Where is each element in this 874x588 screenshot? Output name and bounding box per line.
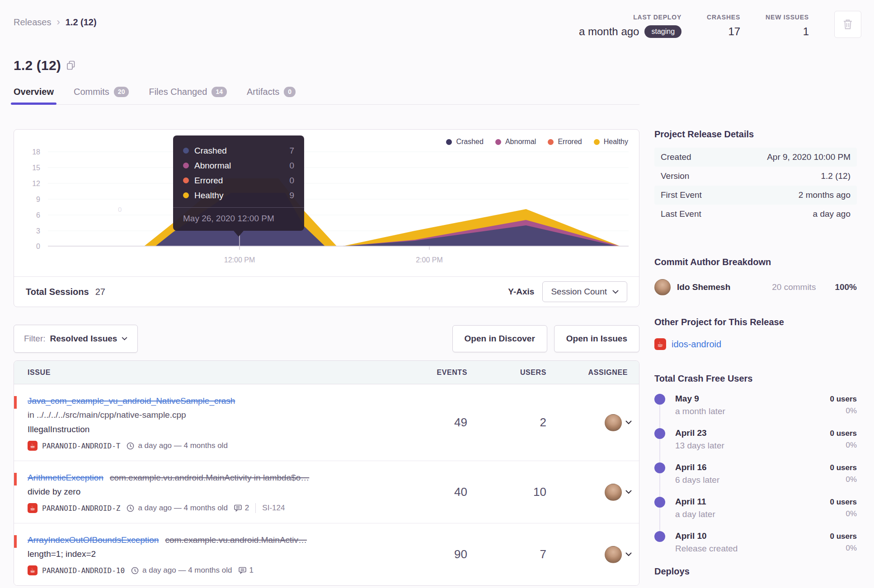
chevron-down-icon [625,420,632,425]
chevron-down-icon [625,490,632,494]
sidebar: Project Release Details Created Apr 9, 2… [654,129,862,586]
tooltip-row-crashed: Crashed 7 [183,143,294,158]
total-sessions-label: Total Sessions [26,287,89,297]
assignee-dropdown[interactable] [558,546,639,563]
new-issues-label: NEW ISSUES [766,14,809,21]
issue-row: Java_com_example_vu_android_NativeSample… [14,384,639,461]
author-commit-count: 20 commits [772,282,816,292]
total-sessions-value: 27 [95,287,105,297]
legend-healthy[interactable]: Healthy [594,138,628,146]
chart-legend: Crashed Abnormal Errored Healthy [446,138,628,146]
y-axis-selected-value: Session Count [551,287,607,297]
legend-crashed[interactable]: Crashed [446,138,483,146]
author-name: Ido Shemesh [677,282,772,292]
delete-release-button[interactable] [834,11,861,38]
crash-free-timeline: May 90 users a month later0% April 230 u… [654,394,857,554]
x-tick-2pm: 2:00 PM [416,256,443,264]
chart-footer: Total Sessions 27 Y-Axis Session Count [14,276,639,307]
issue-message: IllegalInstruction [28,423,413,436]
abnormal-dot-icon [183,163,189,168]
tab-overview[interactable]: Overview [14,87,54,104]
breadcrumb-current: 1.2 (12) [66,17,97,28]
issue-annotation[interactable]: SI-124 [255,503,285,513]
clock-icon [127,442,134,450]
timeline-dot-icon [654,394,665,405]
project-badge[interactable]: ☕ PARANOID-ANDROID-Z [28,503,120,513]
tab-artifacts-badge: 0 [284,87,296,97]
comment-icon [239,567,246,574]
tab-commits[interactable]: Commits 20 [74,87,129,104]
issues-table-header: ISSUE EVENTS USERS ASSIGNEE [14,361,639,384]
release-details-heading: Project Release Details [654,129,857,140]
column-events: EVENTS [413,369,481,377]
errored-dot-icon [183,177,189,183]
y-axis-label: Y-Axis [508,287,534,297]
issue-message: divide by zero [28,485,413,499]
crash-free-heading: Total Crash Free Users [654,373,857,384]
legend-abnormal[interactable]: Abnormal [495,138,536,146]
other-project-row: ☕ idos-android [654,338,857,350]
other-project-link[interactable]: idos-android [672,339,721,350]
tooltip-row-abnormal: Abnormal 0 [183,158,294,173]
assignee-dropdown[interactable] [558,414,639,431]
errored-dot-icon [548,139,554,145]
comment-icon [234,504,242,512]
y-axis-select[interactable]: Session Count [542,281,627,302]
sessions-chart-card: 181512 9630 [14,129,639,307]
detail-row-created: Created Apr 9, 2020 10:00 PM [654,148,857,167]
header-stats: LAST DEPLOY a month ago staging CRASHES … [579,10,862,38]
project-badge[interactable]: ☕ PARANOID-ANDROID-10 [28,565,125,575]
column-users: USERS [481,369,558,377]
java-project-icon: ☕ [28,441,38,451]
detail-row-last-event: Last Event a day ago [654,205,857,224]
author-avatar [654,279,671,295]
release-details-table: Created Apr 9, 2020 10:00 PM Version 1.2… [654,148,857,224]
last-deploy-label: LAST DEPLOY [579,14,681,21]
tab-artifacts-label: Artifacts [247,87,279,97]
tab-commits-badge: 20 [114,87,129,97]
project-badge[interactable]: ☕ PARANOID-ANDROID-T [28,441,120,451]
issue-age: a day ago — 4 months old [127,441,227,450]
sessions-chart[interactable]: 181512 9630 [14,130,639,276]
tab-artifacts[interactable]: Artifacts 0 [247,87,296,104]
copy-icon[interactable] [66,61,75,70]
tooltip-date: May 26, 2020 12:00 PM [183,208,294,231]
tab-commits-label: Commits [74,87,109,97]
open-in-discover-button[interactable]: Open in Discover [452,325,547,352]
tab-files-changed[interactable]: Files Changed 14 [149,87,227,104]
issue-users-count: 10 [481,485,558,499]
svg-text:15: 15 [32,164,40,172]
issue-culprit: com.example.vu.android.MainActivity in l… [110,473,309,482]
issue-title-link[interactable]: ArithmeticException [28,473,103,482]
assignee-avatar [605,546,622,563]
svg-text:6: 6 [36,211,40,219]
timeline-entry: April 230 users 13 days later0% [654,428,857,451]
breadcrumb: Releases › 1.2 (12) [14,16,97,28]
open-in-issues-button[interactable]: Open in Issues [554,325,639,352]
filter-dropdown[interactable]: Filter: Resolved Issues [14,325,138,353]
svg-text:18: 18 [32,148,40,156]
svg-text:0: 0 [36,243,40,250]
divider [255,503,256,513]
crashed-dot-icon [183,148,189,154]
chart-tooltip: Crashed 7 Abnormal 0 Errored 0 [173,135,304,231]
issue-title-link[interactable]: Java_com_example_vu_android_NativeSample… [28,396,235,406]
issue-events-count: 49 [413,415,481,429]
stat-crashes: CRASHES 17 [707,10,740,38]
legend-errored[interactable]: Errored [548,138,582,146]
assignee-dropdown[interactable] [558,484,639,501]
assignee-avatar [605,414,622,431]
svg-text:9: 9 [36,196,40,203]
main-column: 181512 9630 [14,129,639,586]
issue-title-link[interactable]: ArrayIndexOutOfBoundsException [28,535,159,545]
issue-message: length=1; index=2 [28,547,413,561]
crashed-dot-icon [446,139,452,145]
crashes-label: CRASHES [707,14,740,21]
stacked-area-chart-svg: 181512 9630 [14,130,639,276]
timeline-entry: April 110 users a day later0% [654,497,857,519]
timeline-entry: April 100 users Release created0% [654,531,857,554]
issue-comments[interactable]: 2 [234,504,249,513]
breadcrumb-releases-link[interactable]: Releases [14,17,51,28]
timeline-dot-icon [654,428,665,439]
issue-comments[interactable]: 1 [239,566,254,575]
